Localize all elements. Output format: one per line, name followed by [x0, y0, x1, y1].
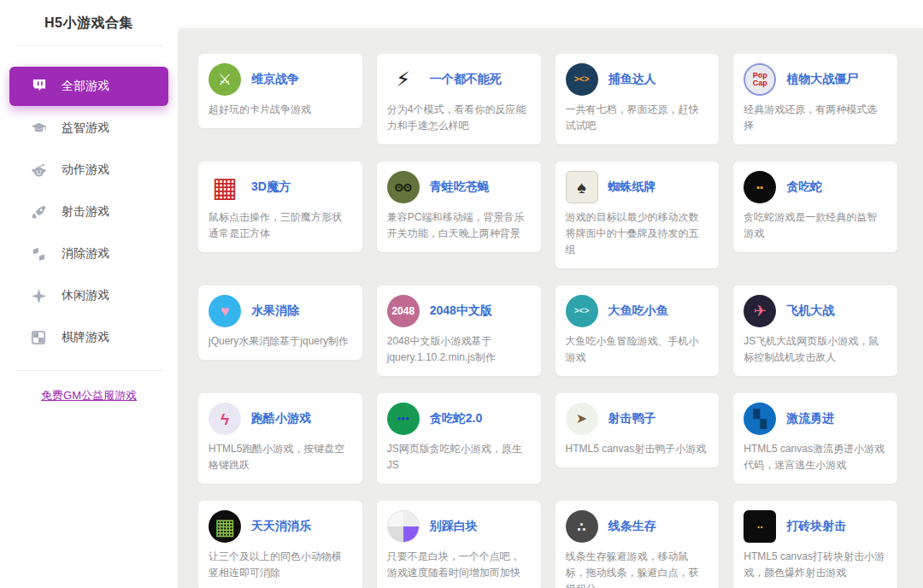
sidebar-item-puzzle-games[interactable]: 益智游戏 — [0, 109, 178, 148]
sidebar-item-label: 全部游戏 — [62, 79, 109, 94]
plane-war-icon: ✈ — [744, 295, 776, 327]
running-man-icon: ⚡ — [387, 63, 420, 96]
game-description: HTML5跑酷小游戏，按键盘空格键跳跃 — [209, 441, 352, 473]
game-description: HTML5 canvas激流勇进小游戏代码，迷宫逃生小游戏 — [744, 441, 887, 473]
game-description: 分为4个模式，看看你的反应能力和手速怎么样吧 — [387, 102, 531, 134]
game-title-link[interactable]: 天天消消乐 — [251, 519, 311, 534]
graduation-cap-icon — [30, 120, 47, 137]
game-title-link[interactable]: 线条生存 — [608, 519, 656, 534]
game-description: 线条生存躲避游戏，移动鼠标，拖动线条，躲避白点，获得积分 — [566, 549, 709, 588]
game-card: ʘʘ青蛙吃苍蝇兼容PC端和移动端，背景音乐开关功能，白天晚上两种背景 — [377, 162, 541, 252]
game-title-link[interactable]: 3D魔方 — [251, 179, 291, 195]
game-card-header: ▦天天消消乐 — [209, 510, 352, 543]
sidebar-item-match-games[interactable]: 消除游戏 — [0, 234, 178, 273]
rubiks-cube-icon: ▦ — [209, 171, 241, 203]
games-panel: ⚔维京战争超好玩的卡片战争游戏⚡一个都不能死分为4个模式，看看你的反应能力和手速… — [178, 28, 923, 588]
game-title-link[interactable]: 青蛙吃苍蝇 — [430, 179, 490, 195]
sidebar-item-label: 射击游戏 — [62, 204, 109, 220]
sidebar-item-action-games[interactable]: 动作游戏 — [0, 150, 178, 190]
gm-free-server-link[interactable]: 免费GM公益服游戏 — [41, 389, 137, 402]
game-card-header: ✈飞机大战 — [744, 295, 887, 327]
brick-shoot-icon: ∙∙ — [744, 510, 776, 543]
sidebar-item-shooting-games[interactable]: 射击游戏 — [0, 192, 178, 232]
game-title-link[interactable]: 2048中文版 — [430, 303, 492, 319]
game-description: 让三个及以上的同色小动物横竖相连即可消除 — [209, 549, 352, 581]
sidebar-item-label: 益智游戏 — [62, 121, 109, 136]
reddit-icon — [30, 162, 47, 179]
game-title-link[interactable]: 打砖块射击 — [786, 519, 846, 534]
game-card: ▪▪贪吃蛇贪吃蛇游戏是一款经典的益智游戏 — [733, 162, 897, 252]
game-title-link[interactable]: 捕鱼达人 — [608, 72, 656, 87]
game-card: ⚡一个都不能死分为4个模式，看看你的反应能力和手速怎么样吧 — [377, 54, 541, 144]
game-card-header: 20482048中文版 — [387, 295, 531, 327]
game-card-header: ∙∙打砖块射击 — [744, 510, 887, 543]
game-card: ▚激流勇进HTML5 canvas激流勇进小游戏代码，迷宫逃生小游戏 — [733, 393, 897, 484]
game-card-header: ●●●贪吃蛇2.0 — [387, 403, 531, 435]
game-title-link[interactable]: 激流勇进 — [786, 411, 834, 426]
sidebar-item-label: 棋牌游戏 — [62, 330, 109, 345]
game-title-link[interactable]: 跑酷小游戏 — [251, 411, 311, 426]
icon-2048: 2048 — [387, 295, 420, 327]
game-card: ▦3D魔方鼠标点击操作，三阶魔方形状通常是正方体 — [198, 162, 362, 252]
game-title-link[interactable]: 贪吃蛇2.0 — [430, 411, 482, 426]
game-description: jQuery水果消除基于jquery制作 — [209, 333, 352, 350]
game-card: ∙∙打砖块射击HTML5 canvas打砖块射击小游戏，颜色爆炸射击游戏 — [733, 501, 897, 588]
duck-shoot-icon: ➤ — [566, 403, 598, 435]
game-title-link[interactable]: 飞机大战 — [786, 303, 834, 319]
snake-icon: ▪▪ — [744, 171, 776, 203]
game-card: ♥水果消除jQuery水果消除基于jquery制作 — [198, 285, 362, 360]
blocks-icon — [30, 245, 47, 262]
game-title-link[interactable]: 蜘蛛纸牌 — [608, 179, 656, 195]
sidebar-item-all-games[interactable]: 全部游戏 — [9, 67, 168, 106]
game-card-header: Pop Cap植物大战僵尸 — [744, 63, 887, 96]
game-card-header: ♠蜘蛛纸牌 — [566, 171, 709, 203]
board-icon — [30, 329, 47, 346]
game-description: JS网页版贪吃蛇小游戏，原生JS — [387, 441, 531, 473]
game-title-link[interactable]: 植物大战僵尸 — [786, 72, 858, 87]
games-grid: ⚔维京战争超好玩的卡片战争游戏⚡一个都不能死分为4个模式，看看你的反应能力和手速… — [198, 54, 897, 588]
game-title-link[interactable]: 维京战争 — [251, 72, 299, 87]
big-fish-icon: ><> — [566, 295, 598, 327]
parkour-icon: ϟ — [209, 403, 241, 435]
app-window: H5小游戏合集 全部游戏益智游戏动作游戏射击游戏消除游戏休闲游戏棋牌游戏 免费G… — [0, 0, 923, 588]
game-card: 20482048中文版2048中文版小游戏基于jquery.1.10.2.min… — [377, 285, 541, 376]
game-title-link[interactable]: 一个都不能死 — [430, 72, 502, 87]
game-description: HTML5 canvas打砖块射击小游戏，颜色爆炸射击游戏 — [744, 549, 887, 581]
sidebar-nav: 全部游戏益智游戏动作游戏射击游戏消除游戏休闲游戏棋牌游戏 — [0, 46, 178, 357]
sidebar-item-label: 动作游戏 — [62, 162, 109, 178]
frog-icon: ʘʘ — [387, 171, 420, 203]
game-card: ><>捕鱼达人一共有七档，界面还原，赶快试试吧 — [556, 54, 720, 144]
game-description: HTML5 canvas射击鸭子小游戏 — [566, 441, 709, 457]
spider-solitaire-icon: ♠ — [566, 171, 598, 203]
sidebar-divider-bottom — [15, 370, 162, 371]
game-description: 只要不是白块，一个个点吧，游戏速度随着时间增加而加快 — [387, 549, 531, 581]
game-title-link[interactable]: 别踩白块 — [430, 519, 478, 534]
game-card: ▦天天消消乐让三个及以上的同色小动物横竖相连即可消除 — [198, 501, 362, 588]
game-title-link[interactable]: 贪吃蛇 — [786, 179, 822, 195]
twitch-icon — [30, 78, 47, 95]
game-description: JS飞机大战网页版小游戏，鼠标控制战机攻击敌人 — [744, 333, 887, 366]
game-description: 一共有七档，界面还原，赶快试试吧 — [566, 102, 709, 134]
game-card-header: ▦3D魔方 — [209, 171, 352, 203]
game-description: 游戏的目标以最少的移动次数将牌面中的十叠牌及待发的五组 — [566, 209, 709, 258]
app-title: H5小游戏合集 — [0, 0, 178, 32]
game-title-link[interactable]: 射击鸭子 — [608, 411, 656, 426]
sidebar-item-label: 休闲游戏 — [62, 288, 109, 303]
game-card: ∴线条生存线条生存躲避游戏，移动鼠标，拖动线条，躲避白点，获得积分 — [556, 501, 720, 588]
rapids-icon: ▚ — [744, 403, 776, 435]
sidebar-item-casual-games[interactable]: 休闲游戏 — [0, 276, 178, 315]
sidebar-item-label: 消除游戏 — [62, 246, 109, 262]
game-card: ϟ跑酷小游戏HTML5跑酷小游戏，按键盘空格键跳跃 — [198, 393, 362, 484]
line-survival-icon: ∴ — [566, 510, 598, 543]
popcap-logo-icon: Pop Cap — [744, 63, 776, 96]
game-title-link[interactable]: 大鱼吃小鱼 — [608, 303, 668, 319]
game-description: 经典游戏还原，有两种模式选择 — [744, 102, 887, 134]
game-card-header: ><>捕鱼达人 — [566, 63, 709, 96]
game-description: 兼容PC端和移动端，背景音乐开关功能，白天晚上两种背景 — [387, 209, 531, 242]
game-card-header: ∴线条生存 — [566, 510, 709, 543]
game-card-header: ⚡一个都不能死 — [387, 63, 531, 96]
game-card: ⚔维京战争超好玩的卡片战争游戏 — [198, 54, 362, 128]
sidebar-item-board-games[interactable]: 棋牌游戏 — [0, 318, 178, 357]
game-title-link[interactable]: 水果消除 — [251, 303, 299, 319]
fruit-match-icon: ♥ — [209, 295, 241, 327]
